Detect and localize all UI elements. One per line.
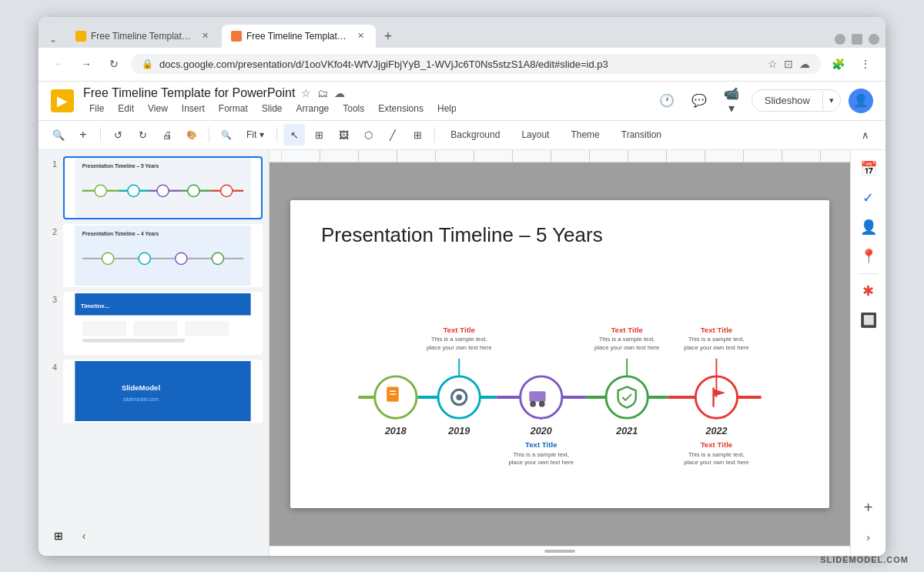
- list-item[interactable]: 2 Presentation Timeline – 4 Years: [45, 224, 263, 287]
- image-tool-button[interactable]: 🖼: [333, 124, 354, 146]
- present-button[interactable]: 📹 ▾: [719, 89, 744, 113]
- horizontal-scrollbar[interactable]: [544, 550, 575, 553]
- zoom-out-button[interactable]: 🔍: [216, 124, 237, 146]
- menu-arrange[interactable]: Arrange: [290, 102, 336, 115]
- panel-collapse-button[interactable]: ‹: [75, 527, 92, 544]
- theme-button[interactable]: Theme: [561, 126, 608, 143]
- menu-format[interactable]: Format: [213, 102, 254, 115]
- grid-view-button[interactable]: ⊞: [48, 525, 69, 547]
- menu-extensions[interactable]: Extensions: [372, 102, 430, 115]
- undo-button[interactable]: ↺: [107, 124, 129, 146]
- svg-point-52: [530, 400, 536, 406]
- menu-insert[interactable]: Insert: [176, 102, 211, 115]
- tasks-button[interactable]: ✓: [856, 186, 881, 210]
- comments-button[interactable]: 💬: [687, 89, 711, 113]
- new-tab-button[interactable]: +: [377, 26, 399, 48]
- menu-edit[interactable]: Edit: [112, 102, 140, 115]
- zoom-select[interactable]: Fit ▾: [240, 127, 270, 142]
- svg-rect-27: [75, 361, 250, 421]
- unknown-app-button-1[interactable]: ✱: [856, 279, 881, 303]
- app-title: Free Timeline Template for PowerPoint ☆ …: [83, 86, 645, 100]
- minimize-button[interactable]: [835, 34, 845, 45]
- toolbar-divider-3: [276, 127, 277, 142]
- paint-format-button[interactable]: 🎨: [181, 124, 203, 146]
- menu-file[interactable]: File: [83, 102, 110, 115]
- contacts-button[interactable]: 👤: [856, 215, 881, 239]
- slide-number-4: 4: [45, 360, 57, 372]
- svg-rect-23: [82, 321, 126, 336]
- cursor-tool-button[interactable]: ↖: [283, 124, 305, 146]
- tab1-close-button[interactable]: ✕: [199, 30, 211, 42]
- menu-view[interactable]: View: [142, 102, 174, 115]
- save-icon[interactable]: ⊡: [784, 58, 793, 70]
- reload-button[interactable]: ↻: [103, 53, 125, 75]
- menu-help[interactable]: Help: [431, 102, 463, 115]
- collapse-toolbar-button[interactable]: ∧: [855, 124, 876, 146]
- ruler-corner: [270, 150, 282, 162]
- list-item[interactable]: 4 SlideModel slidemodel.com: [45, 360, 263, 423]
- menu-tools[interactable]: Tools: [336, 102, 370, 115]
- tab2-close-button[interactable]: ✕: [354, 30, 367, 42]
- slide-number-3: 3: [45, 292, 57, 304]
- slide-thumb-3[interactable]: Timeline...: [63, 292, 263, 355]
- slide-viewport[interactable]: Presentation Timeline – 5 Years: [270, 162, 850, 546]
- tab-1[interactable]: Free Timeline Template for Pow... ✕: [66, 25, 220, 48]
- app-header: ▶ Free Timeline Template for PowerPoint …: [38, 82, 886, 121]
- sidebar-divider: [859, 273, 878, 274]
- layout-button[interactable]: Layout: [512, 126, 558, 143]
- slide-thumb-2[interactable]: Presentation Timeline – 4 Years: [63, 224, 263, 287]
- toolbar-right: ∧: [855, 124, 876, 146]
- transition-button[interactable]: Transition: [612, 126, 671, 143]
- tab-expand-button[interactable]: ⌄: [45, 31, 62, 48]
- watermark: SLIDEMODEL.COM: [820, 555, 909, 564]
- tab-2[interactable]: Free Timeline Template for Pow... ✕: [222, 25, 376, 48]
- maps-button[interactable]: 📍: [856, 244, 881, 269]
- list-item[interactable]: 1 Presentation Timeline – 5 Years: [45, 156, 263, 219]
- maximize-button[interactable]: [852, 34, 862, 45]
- tab-bar-left: ⌄: [45, 31, 62, 48]
- avatar-button[interactable]: 👤: [849, 89, 873, 113]
- history-button[interactable]: 🕐: [654, 89, 679, 113]
- svg-point-47: [456, 394, 462, 400]
- tab2-title: Free Timeline Template for Pow...: [246, 31, 350, 42]
- address-bar[interactable]: 🔒 docs.google.com/presentation/d/1ooVKfo…: [131, 54, 821, 74]
- slideshow-button[interactable]: Slideshow: [752, 90, 822, 111]
- svg-text:Presentation Timeline – 4 Year: Presentation Timeline – 4 Years: [82, 231, 159, 236]
- unknown-app-button-2[interactable]: 🔲: [856, 308, 881, 333]
- line-tool-button[interactable]: ╱: [382, 124, 403, 146]
- profile-button[interactable]: ⋮: [855, 53, 876, 75]
- slide-panel-bottom: ⊞ ‹: [45, 522, 263, 550]
- add-button[interactable]: +: [72, 124, 94, 146]
- bookmark-icon[interactable]: ☆: [768, 58, 778, 70]
- add-app-button[interactable]: +: [856, 496, 881, 520]
- list-item[interactable]: 3 Timeline...: [45, 292, 263, 355]
- svg-text:Text Title: Text Title: [525, 440, 557, 448]
- folder-icon[interactable]: 🗂: [317, 87, 328, 99]
- cloud-sync-icon[interactable]: ☁: [334, 87, 345, 99]
- back-button[interactable]: ←: [48, 53, 69, 75]
- extensions-button[interactable]: 🧩: [827, 53, 849, 75]
- cloud-icon[interactable]: ☁: [799, 58, 810, 70]
- nav-right: 🧩 ⋮: [827, 53, 876, 75]
- zoom-button[interactable]: 🔍: [48, 124, 69, 146]
- shape-tool-button[interactable]: ⬡: [357, 124, 379, 146]
- background-button[interactable]: Background: [441, 126, 509, 143]
- sidebar-expand-button[interactable]: ›: [856, 525, 881, 550]
- svg-text:2020: 2020: [530, 426, 552, 437]
- slide-thumb-4[interactable]: SlideModel slidemodel.com: [63, 360, 263, 423]
- star-icon[interactable]: ☆: [301, 87, 311, 99]
- forward-button[interactable]: →: [75, 53, 97, 75]
- svg-text:slidemodel.com: slidemodel.com: [123, 396, 159, 402]
- slides-logo-icon: ▶: [57, 92, 68, 109]
- select-tool-button[interactable]: ⊞: [308, 124, 330, 146]
- print-button[interactable]: 🖨: [156, 124, 178, 146]
- window-controls: [835, 34, 879, 48]
- svg-text:This is a sample text,: This is a sample text,: [599, 336, 655, 343]
- text-tool-button[interactable]: ⊞: [407, 124, 428, 146]
- slideshow-dropdown-button[interactable]: ▾: [822, 91, 840, 110]
- close-button[interactable]: [869, 34, 879, 45]
- slide-thumb-1[interactable]: Presentation Timeline – 5 Years: [63, 156, 263, 219]
- menu-slide[interactable]: Slide: [256, 102, 289, 115]
- redo-button[interactable]: ↻: [132, 124, 153, 146]
- google-calendar-button[interactable]: 📅: [856, 156, 881, 181]
